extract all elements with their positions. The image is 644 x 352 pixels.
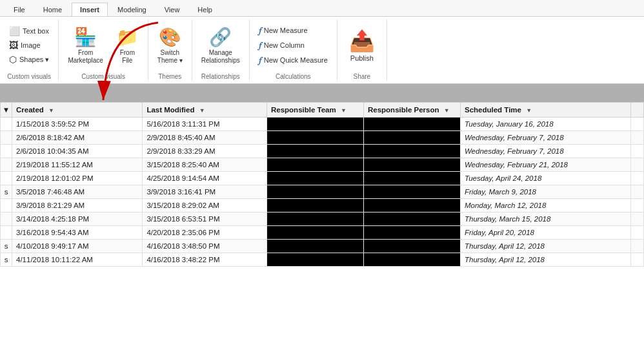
group-from: 🏪 FromMarketplace 📁 FromFile Custom visu…	[59, 19, 148, 81]
switch-theme-button[interactable]: 🎨 SwitchTheme ▾	[154, 25, 186, 66]
cell-scheduled-time: Wednesday, February 7, 2018	[460, 145, 630, 158]
tab-insert[interactable]: Insert	[72, 3, 108, 16]
cell-extra	[631, 240, 644, 253]
tab-file[interactable]: File	[5, 3, 34, 16]
cell-extra	[631, 145, 644, 158]
table-row: 2/19/2018 12:01:02 PM4/25/2018 9:14:54 A…	[1, 172, 644, 185]
cell-last-modified: 4/20/2018 2:35:06 PM	[143, 226, 267, 240]
shapes-button[interactable]: ⬡ Shapes ▾	[5, 53, 53, 66]
cell-created: 2/19/2018 12:01:02 PM	[12, 172, 143, 185]
relationships-icon: 🔗	[209, 26, 232, 48]
publish-icon: 📤	[349, 28, 375, 53]
col-header-created: Created ▼	[12, 103, 143, 118]
cell-responsible-team	[267, 118, 363, 131]
cell-scheduled-time: Friday, April 20, 2018	[460, 226, 630, 240]
cell-extra	[631, 212, 644, 226]
filter-icon-responsible-person[interactable]: ▼	[444, 107, 450, 114]
new-column-button[interactable]: 𝑓 New Column	[255, 39, 308, 52]
cell-created: 2/6/2018 8:18:42 AM	[12, 131, 143, 145]
col-header-extra	[631, 103, 644, 118]
theme-icon: 🎨	[159, 26, 181, 48]
cell-responsible-team	[267, 131, 363, 145]
from-file-button[interactable]: 📁 FromFile	[112, 25, 143, 66]
cell-responsible-person	[363, 199, 460, 212]
cell-col0	[1, 226, 12, 240]
cell-responsible-team	[267, 212, 363, 226]
cell-scheduled-time: Tuesday, April 24, 2018	[460, 172, 630, 185]
new-measure-button[interactable]: 𝑓 New Measure	[255, 24, 312, 37]
col-filter-arrow[interactable]: ▼	[3, 106, 10, 114]
col-header-responsible-team: Responsible Team ▼	[267, 103, 363, 118]
cell-last-modified: 4/16/2018 3:48:50 PM	[143, 240, 267, 253]
table-row: 2/19/2018 11:55:12 AM3/15/2018 8:25:40 A…	[1, 158, 644, 172]
cell-col0	[1, 118, 12, 131]
cell-last-modified: 2/9/2018 8:33:29 AM	[143, 145, 267, 158]
group-themes-label: Themes	[154, 71, 186, 81]
cell-last-modified: 5/16/2018 3:11:31 PM	[143, 118, 267, 131]
cell-scheduled-time: Thursday, April 12, 2018	[460, 240, 630, 253]
ribbon-tab-bar: File Home Insert Modeling View Help	[0, 0, 644, 17]
cell-created: 3/14/2018 4:25:18 PM	[12, 212, 143, 226]
cell-responsible-person	[363, 145, 460, 158]
filter-icon-created[interactable]: ▼	[48, 107, 54, 114]
table-row: 3/9/2018 8:21:29 AM3/15/2018 8:29:02 AMM…	[1, 199, 644, 212]
cell-created: 2/19/2018 11:55:12 AM	[12, 158, 143, 172]
cell-col0	[1, 145, 12, 158]
ribbon: File Home Insert Modeling View Help ⬜ Te…	[0, 0, 644, 84]
table-row: s4/11/2018 10:11:22 AM4/16/2018 3:48:22 …	[1, 253, 644, 267]
cell-col0	[1, 212, 12, 226]
cell-last-modified: 3/9/2018 3:16:41 PM	[143, 185, 267, 199]
group-share: 📤 Publish Share	[337, 19, 387, 81]
group-relationships-label: Relationships	[197, 71, 244, 81]
cell-responsible-person	[363, 172, 460, 185]
cell-created: 1/15/2018 3:59:52 PM	[12, 118, 143, 131]
cell-responsible-team	[267, 185, 363, 199]
cell-col0	[1, 131, 12, 145]
cell-scheduled-time: Thursday, March 15, 2018	[460, 212, 630, 226]
filter-icon-responsible-team[interactable]: ▼	[341, 107, 347, 114]
tab-home[interactable]: Home	[35, 3, 70, 16]
text-box-button[interactable]: ⬜ Text box	[5, 25, 53, 37]
group-share-label: Share	[343, 71, 381, 81]
cell-extra	[631, 158, 644, 172]
file-icon: 📁	[116, 26, 139, 48]
table-row: 2/6/2018 8:18:42 AM2/9/2018 8:45:40 AMWe…	[1, 131, 644, 145]
group-calculations-label: Calculations	[255, 71, 332, 81]
group-themes: 🎨 SwitchTheme ▾ Themes	[148, 19, 192, 81]
cell-responsible-person	[363, 212, 460, 226]
table-row: 3/16/2018 9:54:43 AM4/20/2018 2:35:06 PM…	[1, 226, 644, 240]
group-from-label: Custom visuals	[64, 71, 142, 81]
content-area: ▼ Created ▼ Last Modified ▼ Responsible …	[0, 84, 644, 352]
table-container[interactable]: ▼ Created ▼ Last Modified ▼ Responsible …	[0, 102, 644, 352]
publish-button[interactable]: 📤 Publish	[343, 19, 381, 71]
table-row: 2/6/2018 10:04:35 AM2/9/2018 8:33:29 AMW…	[1, 145, 644, 158]
new-quick-measure-button[interactable]: 𝑓 New Quick Measure	[255, 54, 332, 67]
cell-created: 4/10/2018 9:49:17 AM	[12, 240, 143, 253]
table-header-row: ▼ Created ▼ Last Modified ▼ Responsible …	[1, 103, 644, 118]
filter-icon-last-modified[interactable]: ▼	[199, 107, 205, 114]
cell-extra	[631, 226, 644, 240]
table-row: s4/10/2018 9:49:17 AM4/16/2018 3:48:50 P…	[1, 240, 644, 253]
tab-help[interactable]: Help	[189, 3, 221, 16]
col-header-responsible-person: Responsible Person ▼	[363, 103, 460, 118]
from-marketplace-button[interactable]: 🏪 FromMarketplace	[64, 25, 106, 66]
image-button[interactable]: 🖼 Image	[5, 39, 45, 52]
filter-icon-scheduled-time[interactable]: ▼	[526, 107, 532, 114]
cell-responsible-person	[363, 158, 460, 172]
gray-bar	[0, 84, 644, 102]
cell-extra	[631, 199, 644, 212]
cell-extra	[631, 185, 644, 199]
tab-view[interactable]: View	[156, 3, 188, 16]
col-header-arrow: ▼	[1, 103, 12, 118]
cell-scheduled-time: Friday, March 9, 2018	[460, 185, 630, 199]
group-relationships: 🔗 ManageRelationships Relationships	[192, 19, 250, 81]
manage-relationships-button[interactable]: 🔗 ManageRelationships	[197, 25, 244, 66]
tab-modeling[interactable]: Modeling	[109, 3, 155, 16]
cell-responsible-team	[267, 199, 363, 212]
cell-scheduled-time: Monday, March 12, 2018	[460, 199, 630, 212]
group-visuals: ⬜ Text box 🖼 Image ⬡ Shapes ▾ Custom vis…	[0, 19, 59, 81]
cell-responsible-person	[363, 226, 460, 240]
cell-extra	[631, 253, 644, 267]
cell-col0	[1, 199, 12, 212]
cell-last-modified: 3/15/2018 8:25:40 AM	[143, 158, 267, 172]
